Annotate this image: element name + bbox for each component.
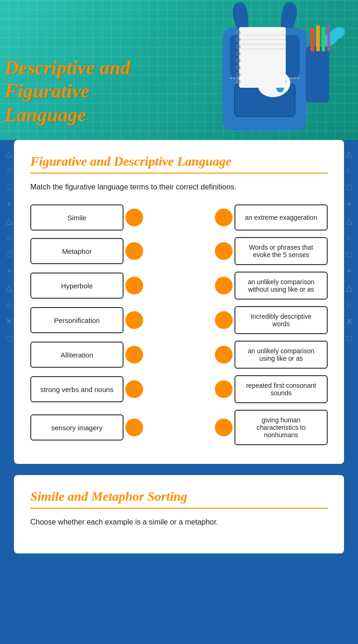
def-unlikely-no-like[interactable]: an unlikely comparison without using lik… — [234, 272, 328, 300]
matching-row-6: strong verbs and nouns repeated first co… — [30, 375, 328, 403]
matching-row-7: sensory imagery giving human characteris… — [30, 410, 328, 445]
deco-r-triangle2: △ — [346, 217, 352, 225]
connector-right-1[interactable] — [215, 209, 233, 226]
deco-triangle: △ — [6, 149, 12, 158]
deco-square2: □ — [7, 250, 12, 259]
row5-left: Alliteration — [30, 342, 145, 368]
row2-right: Words or phrases that evoke the 5 senses — [213, 237, 328, 265]
def-human-characteristics[interactable]: giving human characteristics to nonhuman… — [234, 410, 328, 445]
row2-left: Metaphor — [30, 238, 145, 264]
row6-right: repeated first consonant sounds — [213, 375, 328, 403]
connector-left-2[interactable] — [125, 242, 143, 260]
connector-left-7[interactable] — [125, 419, 143, 436]
deco-r-plus: + — [347, 200, 352, 208]
header-title: Descriptive and Figurative Language — [5, 56, 182, 126]
deco-square: □ — [7, 183, 12, 191]
deco-r-square: □ — [347, 183, 352, 191]
main-content-card: Figurative and Descriptive Language Matc… — [14, 140, 344, 464]
row3-right: an unlikely comparison without using lik… — [213, 272, 328, 300]
page-wrapper: △ ○ □ + △ ○ □ + △ ○ ✕ □ △ ○ □ + △ ○ □ + … — [0, 140, 358, 644]
svg-rect-4 — [306, 47, 329, 103]
row5-right: an unlikely comparison using like or as — [213, 341, 328, 369]
def-words-phrases[interactable]: Words or phrases that evoke the 5 senses — [234, 237, 328, 265]
deco-circle: ○ — [7, 166, 12, 175]
term-personification[interactable]: Personification — [30, 307, 124, 333]
deco-circle3: ○ — [7, 301, 12, 309]
deco-r-triangle3: △ — [346, 284, 352, 292]
row6-left: strong verbs and nouns — [30, 376, 145, 402]
backpack-illustration — [162, 0, 358, 140]
connector-right-6[interactable] — [215, 380, 233, 398]
term-strong-verbs[interactable]: strong verbs and nouns — [30, 376, 124, 402]
deco-square3: □ — [7, 334, 12, 343]
section2-card: Simile and Metaphor Sorting Choose wheth… — [14, 475, 344, 553]
term-sensory-imagery[interactable]: sensory imagery — [30, 414, 124, 441]
deco-circle2: ○ — [7, 233, 12, 242]
connector-right-2[interactable] — [215, 242, 233, 260]
section2-instructions: Choose whether each example is a simile … — [30, 518, 328, 526]
header: Descriptive and Figurative Language — [0, 0, 358, 140]
connector-left-6[interactable] — [125, 380, 143, 398]
deco-plus: + — [7, 200, 12, 208]
row7-right: giving human characteristics to nonhuman… — [213, 410, 328, 445]
def-extreme-exaggeration[interactable]: an extreme exaggeration — [234, 204, 328, 231]
deco-r-x: ✕ — [346, 317, 353, 326]
row1-right: an extreme exaggeration — [213, 204, 328, 231]
deco-r-circle: ○ — [347, 166, 352, 175]
connector-left-4[interactable] — [125, 311, 143, 329]
deco-r-circle2: ○ — [347, 233, 352, 242]
matching-row-1: Simile an extreme exaggeration — [30, 204, 328, 231]
section2-heading: Simile and Metaphor Sorting — [30, 489, 328, 504]
deco-x: ✕ — [6, 317, 13, 326]
row4-left: Personification — [30, 307, 145, 333]
connector-right-7[interactable] — [215, 419, 233, 436]
row1-left: Simile — [30, 204, 145, 231]
deco-r-square3: □ — [347, 334, 352, 343]
term-metaphor[interactable]: Metaphor — [30, 238, 124, 264]
term-simile[interactable]: Simile — [30, 204, 124, 231]
term-hyperbole[interactable]: Hyperbole — [30, 273, 124, 299]
svg-rect-16 — [239, 27, 286, 88]
connector-left-1[interactable] — [125, 209, 143, 226]
section1-divider — [30, 173, 328, 174]
deco-r-plus2: + — [347, 267, 352, 275]
deco-r-triangle: △ — [346, 149, 352, 158]
row4-right: Incredibly descriptive words — [213, 306, 328, 334]
connector-right-4[interactable] — [215, 311, 233, 329]
svg-rect-7 — [310, 28, 314, 51]
svg-rect-10 — [327, 24, 330, 51]
connector-right-5[interactable] — [215, 346, 233, 364]
matching-grid: Simile an extreme exaggeration Metaphor — [30, 204, 328, 445]
section1-heading: Figurative and Descriptive Language — [30, 154, 328, 169]
deco-triangle2: △ — [6, 217, 12, 225]
deco-r-square2: □ — [347, 250, 352, 259]
deco-plus2: + — [7, 267, 12, 275]
matching-row-5: Alliteration an unlikely comparison usin… — [30, 341, 328, 369]
connector-left-3[interactable] — [125, 277, 143, 294]
section2-divider — [30, 508, 328, 509]
deco-triangle3: △ — [6, 284, 12, 292]
deco-r-circle3: ○ — [347, 301, 352, 309]
matching-row-4: Personification Incredibly descriptive w… — [30, 306, 328, 334]
connector-right-3[interactable] — [215, 277, 233, 294]
connector-left-5[interactable] — [125, 346, 143, 364]
def-consonant-sounds[interactable]: repeated first consonant sounds — [234, 375, 328, 403]
def-descriptive-words[interactable]: Incredibly descriptive words — [234, 306, 328, 334]
matching-row-2: Metaphor Words or phrases that evoke the… — [30, 237, 328, 265]
matching-row-3: Hyperbole an unlikely comparison without… — [30, 272, 328, 300]
svg-rect-9 — [322, 27, 325, 51]
def-unlikely-like[interactable]: an unlikely comparison using like or as — [234, 341, 328, 369]
row3-left: Hyperbole — [30, 273, 145, 299]
section-gap — [0, 464, 358, 475]
footer-blue — [0, 553, 358, 581]
row7-left: sensory imagery — [30, 414, 145, 441]
term-alliteration[interactable]: Alliteration — [30, 342, 124, 368]
section1-instructions: Match the figurative language terms to t… — [30, 183, 328, 191]
svg-rect-8 — [316, 26, 320, 51]
